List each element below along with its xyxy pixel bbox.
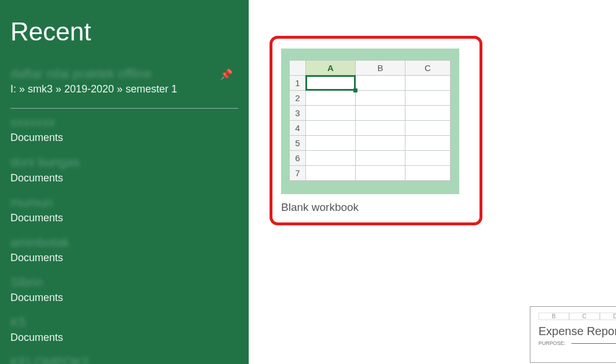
recent-file-path: Documents: [10, 332, 238, 344]
recent-file-title: xxxxxxx: [10, 116, 238, 129]
blank-grid-preview: A B C 1 2 3 4 5 6 7: [289, 60, 451, 181]
excel-start-screen: Recent daftar nilai praktek offline I: »…: [0, 0, 616, 364]
recent-file-item[interactable]: Sibrin Documents: [10, 272, 238, 312]
recent-file-title: mumun: [10, 196, 238, 210]
recent-file-path: Documents: [10, 212, 238, 224]
recent-file-title: KELOMPOK2: [10, 355, 238, 364]
recent-file-path: Documents: [10, 252, 238, 264]
template-thumbnail: BCD Expense Report PURPOSE:: [530, 306, 616, 363]
recent-file-path: Documents: [10, 292, 238, 304]
recent-file-title: daftar nilai praktek offline: [10, 67, 238, 81]
recent-file-item[interactable]: daftar nilai praktek offline I: » smk3 »…: [10, 64, 238, 109]
recent-sidebar: Recent daftar nilai praktek offline I: »…: [0, 0, 249, 364]
recent-heading: Recent: [10, 17, 238, 46]
recent-file-item[interactable]: K5 Documents: [10, 312, 238, 352]
recent-file-title: doni bungas: [10, 155, 238, 169]
template-blank-workbook[interactable]: A B C 1 2 3 4 5 6 7 Blank workbook: [281, 49, 459, 214]
recent-file-item[interactable]: mumun Documents: [10, 192, 238, 232]
template-gallery: A B C 1 2 3 4 5 6 7 Blank workbook: [249, 0, 616, 364]
recent-file-item[interactable]: xxxxxxx Documents: [10, 112, 238, 152]
recent-file-path: Documents: [10, 172, 238, 184]
recent-file-title: K5: [10, 315, 238, 329]
recent-file-item[interactable]: KELOMPOK2 Documents: [10, 352, 238, 364]
expense-title: Expense Report: [538, 325, 616, 338]
recent-file-path: I: » smk3 » 2019-2020 » semester 1: [10, 83, 238, 95]
recent-file-title: aminbotak: [10, 236, 238, 250]
recent-file-item[interactable]: aminbotak Documents: [10, 232, 238, 272]
template-expense-report[interactable]: BCD Expense Report PURPOSE:: [530, 306, 616, 363]
template-label: Blank workbook: [281, 201, 459, 214]
recent-file-path: Documents: [10, 132, 238, 144]
recent-file-item[interactable]: doni bungas Documents: [10, 152, 238, 192]
recent-file-title: Sibrin: [10, 276, 238, 289]
pin-icon[interactable]: 📌: [220, 68, 233, 81]
template-thumbnail: A B C 1 2 3 4 5 6 7: [281, 49, 459, 194]
